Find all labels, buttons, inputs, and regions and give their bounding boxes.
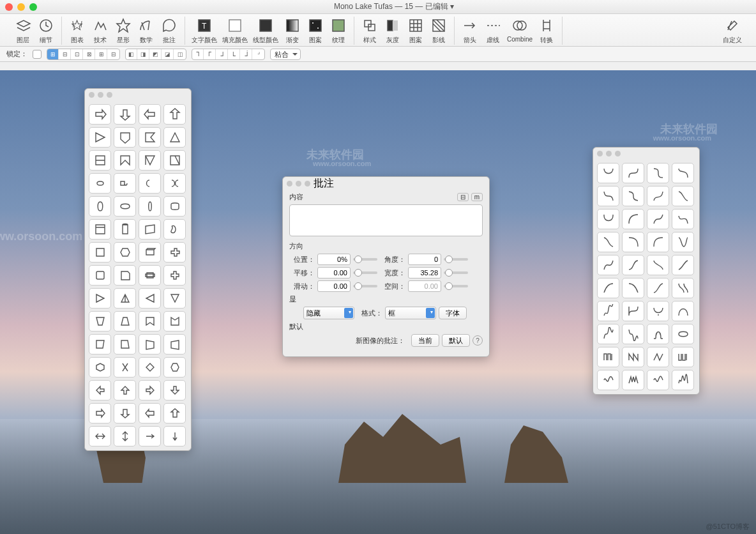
- transform-button[interactable]: 转换: [538, 17, 556, 45]
- curve-button-26[interactable]: [647, 301, 669, 321]
- angle-slider[interactable]: [444, 258, 468, 261]
- style-button[interactable]: 样式: [361, 17, 379, 45]
- shape-button-14[interactable]: [139, 173, 161, 194]
- curve-button-25[interactable]: [622, 301, 644, 321]
- shape-button-53[interactable]: [114, 403, 136, 423]
- curve-button-36[interactable]: [597, 370, 619, 390]
- curve-button-34[interactable]: [647, 347, 669, 367]
- curve-button-16[interactable]: [597, 255, 619, 275]
- text-color-button[interactable]: T文字颜色: [192, 17, 217, 45]
- shape-button-49[interactable]: [114, 380, 136, 400]
- position-input[interactable]: [317, 254, 351, 265]
- opt-btn[interactable]: ᒧ: [216, 49, 228, 59]
- panel-min-icon[interactable]: [98, 92, 103, 98]
- shape-button-10[interactable]: [139, 150, 161, 171]
- curve-button-10[interactable]: [647, 209, 669, 229]
- shape-button-54[interactable]: [139, 403, 161, 423]
- opt-btn[interactable]: ᒥ: [204, 49, 216, 59]
- opt-btn[interactable]: ◩: [150, 49, 162, 59]
- shape-button-3[interactable]: [163, 104, 186, 125]
- curve-button-18[interactable]: [647, 255, 669, 275]
- shape-button-28[interactable]: [89, 265, 111, 286]
- shape-button-46[interactable]: [139, 357, 161, 378]
- layers-button[interactable]: 图层: [14, 17, 32, 45]
- shape-button-25[interactable]: [114, 242, 136, 263]
- curve-button-1[interactable]: [622, 163, 644, 183]
- star-button[interactable]: 星形: [114, 17, 132, 45]
- curve-button-0[interactable]: [597, 163, 619, 183]
- curve-button-33[interactable]: [622, 347, 644, 367]
- curve-button-37[interactable]: [622, 370, 644, 390]
- shape-button-48[interactable]: [89, 380, 111, 400]
- curve-button-14[interactable]: [647, 232, 669, 252]
- curve-button-6[interactable]: [647, 186, 669, 206]
- shape-button-59[interactable]: [163, 426, 186, 446]
- shape-button-56[interactable]: [89, 426, 111, 446]
- curve-button-9[interactable]: [622, 209, 644, 229]
- opt-btn[interactable]: ⊞: [47, 49, 59, 59]
- shift-slider[interactable]: [353, 271, 377, 274]
- curve-button-15[interactable]: [672, 232, 694, 252]
- shape-button-12[interactable]: [89, 173, 111, 194]
- font-button[interactable]: 字体: [439, 307, 467, 319]
- opt-btn[interactable]: ⊟: [59, 49, 71, 59]
- curve-button-38[interactable]: [647, 370, 669, 390]
- default-button[interactable]: 默认: [442, 334, 470, 347]
- lock-checkbox[interactable]: [33, 50, 42, 59]
- opt-btn[interactable]: ⊟: [108, 49, 119, 59]
- curve-button-23[interactable]: [672, 278, 694, 298]
- shadow-button[interactable]: 影线: [430, 17, 448, 45]
- shape-button-9[interactable]: [114, 150, 136, 171]
- shape-button-35[interactable]: [163, 288, 186, 309]
- shape-button-31[interactable]: [163, 265, 186, 286]
- shape-button-1[interactable]: [114, 104, 136, 125]
- ruler-icon[interactable]: ⊟: [457, 193, 469, 201]
- shape-button-13[interactable]: [114, 173, 136, 194]
- shape-button-0[interactable]: [89, 104, 111, 125]
- curve-button-11[interactable]: [672, 209, 694, 229]
- zoom-icon[interactable]: [29, 3, 37, 11]
- combine-button[interactable]: Combine: [507, 17, 533, 45]
- shape-button-40[interactable]: [89, 334, 111, 355]
- shape-button-6[interactable]: [139, 127, 161, 148]
- shape-button-15[interactable]: [163, 173, 186, 194]
- opt-btn[interactable]: ⊞: [96, 49, 107, 59]
- shape-button-18[interactable]: [139, 196, 161, 217]
- opt-btn[interactable]: ⊡: [72, 49, 83, 59]
- curve-button-13[interactable]: [622, 232, 644, 252]
- curve-button-3[interactable]: [672, 163, 694, 183]
- curve-button-2[interactable]: [647, 163, 669, 183]
- shape-button-4[interactable]: [89, 127, 111, 148]
- shape-button-47[interactable]: [163, 357, 186, 378]
- shape-button-51[interactable]: [163, 380, 186, 400]
- curve-button-28[interactable]: [597, 324, 619, 344]
- shape-button-45[interactable]: [114, 357, 136, 378]
- shape-button-37[interactable]: [114, 311, 136, 332]
- opt-btn[interactable]: ◧: [126, 49, 137, 59]
- shape-button-36[interactable]: [89, 311, 111, 332]
- curve-button-27[interactable]: [672, 301, 694, 321]
- opt-btn[interactable]: ◪: [162, 49, 174, 59]
- curve-button-21[interactable]: [622, 278, 644, 298]
- shape-button-42[interactable]: [139, 334, 161, 355]
- custom-button[interactable]: 自定义: [723, 17, 742, 45]
- shape-button-33[interactable]: [114, 288, 136, 309]
- width-input[interactable]: [408, 267, 441, 278]
- gradient-button[interactable]: 渐变: [284, 17, 301, 45]
- shape-button-16[interactable]: [89, 196, 111, 217]
- shape-button-32[interactable]: [89, 288, 111, 309]
- dash-button[interactable]: 虚线: [484, 17, 502, 45]
- shape-button-7[interactable]: [163, 127, 186, 148]
- panel-min-icon[interactable]: [606, 151, 612, 156]
- width-slider[interactable]: [444, 271, 468, 274]
- shape-button-50[interactable]: [139, 380, 161, 400]
- annotate-button[interactable]: 批注: [160, 17, 178, 45]
- shape-button-26[interactable]: [139, 242, 161, 263]
- arrow-button[interactable]: 箭头: [461, 17, 479, 45]
- space-slider[interactable]: [444, 285, 468, 287]
- shape-button-41[interactable]: [114, 334, 136, 355]
- pattern-button[interactable]: 图案: [306, 17, 324, 45]
- unit-button[interactable]: m: [471, 193, 483, 201]
- help-icon[interactable]: ?: [472, 335, 483, 346]
- fill-color-button[interactable]: 填充颜色: [222, 17, 248, 45]
